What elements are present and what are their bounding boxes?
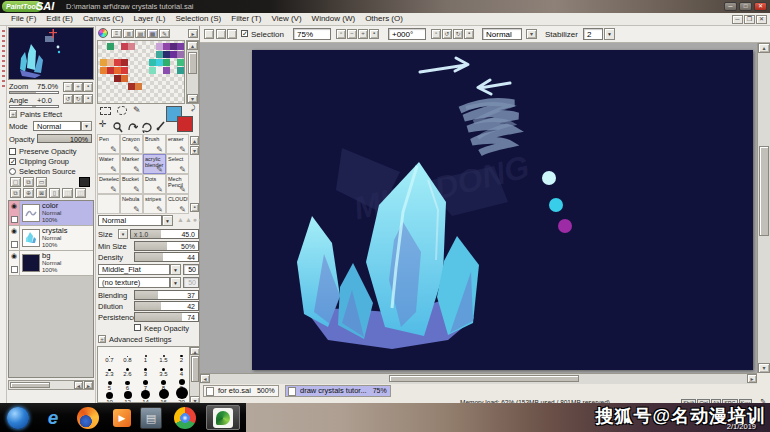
color-swatch[interactable] [114,67,121,74]
color-swatch[interactable] [170,43,177,50]
tab-draw-crystals-tutor-[interactable]: draw crystals tutor...75% [285,385,391,397]
preserve-opacity-checkbox[interactable] [9,148,16,155]
firefox-icon[interactable] [77,407,99,429]
color-swatch[interactable] [135,83,142,90]
size-unit-button[interactable]: ▾ [118,229,128,239]
scroll-right-arrow[interactable]: ▸ [84,381,93,389]
menu-canvas[interactable]: Canvas (C) [78,13,128,25]
toolgrid-up-button[interactable]: ▴ [190,136,199,145]
scroll-down-arrow[interactable]: ▾ [187,94,198,103]
canvas-scroll-up[interactable]: ▴ [758,43,770,53]
tool-acrylic-blender[interactable]: acrylic blender✎ [143,154,166,174]
color-swatch[interactable] [128,83,135,90]
child-minimize-button[interactable]: ─ [732,15,743,24]
color-swatch[interactable] [114,59,121,66]
visibility-eye-icon[interactable]: ◉ [9,251,19,260]
tool-nebula[interactable]: Nebula✎ [120,194,143,214]
layers-hscrollbar[interactable]: ◂ ▸ [8,380,94,390]
canvas-scroll-right[interactable]: ▸ [747,374,757,383]
tool-pen[interactable]: Pen✎ [97,134,120,154]
minimize-button[interactable]: ─ [724,2,737,11]
brush-shape-strength[interactable]: 50 [183,264,199,275]
scroll-left-arrow[interactable]: ◂ [74,381,83,389]
paint-mode-dropdown[interactable]: Normal [482,28,522,40]
stabilizer-dropdown-arrow[interactable]: ▼ [604,28,615,40]
nav-zoom-out-button[interactable]: − [63,82,73,92]
scratchpad-icon[interactable]: ✎ [159,29,170,38]
color-swatch[interactable] [177,59,184,66]
color-swatch[interactable] [121,43,128,50]
color-swatch[interactable] [163,43,170,50]
new-layer-button[interactable]: ▢ [10,177,21,187]
layer-row-color[interactable]: ◉colorNormal100% [9,201,93,226]
color-swatch[interactable] [121,67,128,74]
tool-empty[interactable] [97,194,120,214]
merge-layer-button[interactable]: ⊠ [36,188,47,198]
presets-scroll-up[interactable]: ▴ [190,347,200,355]
blending-slider[interactable]: 37 [134,290,199,300]
selection-checkbox[interactable]: ✓ [241,30,248,37]
visibility-eye-icon[interactable]: ◉ [9,226,19,235]
size-preset-6[interactable]: 6 [118,377,137,391]
size-preset-10[interactable]: 10 [100,391,119,403]
nav-zoom-in-button[interactable]: + [73,82,83,92]
menu-window[interactable]: Window (W) [307,13,361,25]
size-preset-7[interactable]: 7 [136,377,155,391]
toolgrid-down-button[interactable]: ▾ [190,146,199,155]
advanced-settings-expand-icon[interactable]: + [98,335,106,343]
menu-filter[interactable]: Filter (T) [226,13,266,25]
color-swatch[interactable] [121,75,128,82]
canvas-document[interactable]: MINGDONG [252,50,753,370]
rgb-slider-icon[interactable]: ≡ [111,29,122,38]
brush-shape-dropdown[interactable]: Middle_Flat [98,264,170,275]
size-preset-2.3[interactable]: 2.3 [100,363,119,377]
color-swatch[interactable] [107,67,114,74]
layer-flag-box[interactable] [11,241,18,248]
hsv-slider-icon[interactable]: ≣ [123,29,134,38]
tool-deselect[interactable]: Deselect✎ [97,174,120,194]
media-player-icon[interactable]: ▶ [113,409,131,427]
nav-rotate-cw-button[interactable]: ↻ [73,94,83,104]
swatch-scrollbar[interactable]: ▴ ▾ [186,40,199,104]
size-preset-4[interactable]: 4 [172,363,191,377]
brush-shape-arrow[interactable]: ▼ [170,264,181,275]
color-swatch[interactable] [163,67,170,74]
tool-eraser[interactable]: eraser✎ [166,134,189,154]
color-swatch[interactable] [114,75,121,82]
clear-layer-button[interactable]: ◫ [62,188,73,198]
size-preset-20[interactable]: 20 [172,391,191,403]
menu-selection[interactable]: Selection (S) [170,13,226,25]
child-restore-button[interactable]: ❐ [744,15,755,24]
maximize-button[interactable]: □ [739,2,752,11]
zoom-reset-button[interactable]: ▫ [336,29,346,39]
color-swatch[interactable] [156,67,163,74]
tool-option-button-3[interactable] [227,29,237,39]
brush-texture-dropdown[interactable]: (no texture) [98,277,170,288]
color-swatch[interactable] [149,67,156,74]
size-preset-16[interactable]: 16 [154,391,173,403]
video-app-icon[interactable]: ▤ [140,407,162,429]
nav-angle-reset-button[interactable]: ▪ [83,94,93,104]
size-preset-14[interactable]: 14 [136,391,155,403]
zoom-out-button[interactable]: − [347,29,357,39]
swap-colors-icon[interactable]: ⤸ [191,104,195,112]
size-preset-3.5[interactable]: 3.5 [154,363,173,377]
brush-blend-mode-arrow[interactable]: ▼ [162,215,173,226]
menu-layer[interactable]: Layer (L) [128,13,170,25]
size-preset-2[interactable]: 2 [172,349,191,363]
color-swatch[interactable] [121,59,128,66]
lock-layer-button[interactable]: ◫ [75,188,86,198]
navigator-preview[interactable] [8,27,94,80]
color-swatch[interactable] [177,67,184,74]
pen-path-icon[interactable]: ✎ [133,105,141,115]
color-swatch[interactable] [170,51,177,58]
nav-zoom-slider[interactable] [9,91,59,94]
color-swatch[interactable] [156,51,163,58]
color-swatch[interactable] [156,43,163,50]
color-mixer-icon[interactable]: ▤ [135,29,146,38]
color-swatch[interactable] [163,51,170,58]
flip-button[interactable]: ▪ [464,29,474,39]
color-swatch[interactable] [177,43,184,50]
tool-brush[interactable]: Brush✎ [143,134,166,154]
child-close-button[interactable]: ✕ [756,15,767,24]
